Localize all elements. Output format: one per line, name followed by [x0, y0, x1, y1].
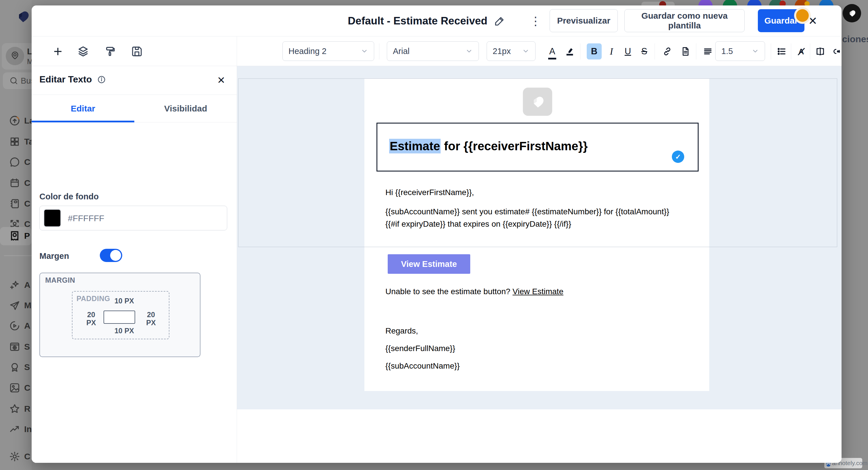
save-template-button[interactable] — [131, 46, 143, 57]
insert-snippet-button[interactable] — [678, 43, 693, 60]
fallback-line: Unable to see the estimate button? View … — [385, 285, 563, 298]
save-as-template-button[interactable]: Guardar como nueva plantilla — [624, 9, 745, 32]
list-icon — [777, 46, 786, 56]
sidebar-item-calendars[interactable]: C — [0, 174, 32, 193]
close-panel-button[interactable]: ✕ — [215, 73, 228, 87]
text-cursor-icon — [815, 46, 825, 56]
email-regards[interactable]: Regards, — [385, 326, 418, 336]
more-options-button[interactable]: ⋮ — [530, 13, 541, 28]
body-line-2: {{#if expiryDate}} that expires on {{exp… — [385, 218, 669, 230]
sidebar-item-label: A — [24, 280, 30, 290]
font-color-button[interactable]: A — [545, 43, 560, 60]
panel-header: Editar Texto ✕ — [32, 66, 237, 95]
sidebar-item-dashboard[interactable]: Ta — [0, 133, 32, 151]
sidebar-item-automation[interactable]: A — [0, 317, 32, 335]
font-size-select[interactable]: 21px — [487, 41, 535, 61]
insert-link-button[interactable] — [660, 43, 675, 60]
line-height-select[interactable]: 1.5 — [715, 41, 765, 61]
sidebar-item-reporting[interactable]: In — [0, 420, 32, 439]
screen: L M Bus La Ta C C — [0, 0, 868, 470]
sidebar-item-conversations[interactable]: C — [0, 153, 32, 171]
location-pin-icon — [6, 47, 24, 65]
sidebar-item-ai[interactable]: A — [0, 276, 32, 295]
email-paragraph-greeting[interactable]: Hi {{receiverFirstName}}, — [385, 186, 474, 199]
fallback-text: Unable to see the estimate button? — [385, 287, 513, 296]
italic-button[interactable]: I — [604, 43, 619, 60]
bullet-list-button[interactable] — [774, 43, 789, 60]
email-sender[interactable]: {{senderFullName}} — [385, 344, 455, 354]
sidebar-item-media[interactable]: C — [0, 379, 32, 397]
sidebar-item-payments[interactable]: P — [0, 227, 32, 245]
font-value: Arial — [393, 46, 409, 56]
trigger-link-button[interactable] — [829, 43, 841, 60]
panel-title: Editar Texto — [39, 74, 92, 85]
panel-tabs: Editar Visibilidad — [32, 95, 237, 123]
preview-button[interactable]: Previsualizar — [550, 9, 618, 32]
dashboard-grid-icon — [9, 136, 21, 148]
account-switcher[interactable]: L M — [2, 43, 32, 69]
body-line-1: {{subAccountName}} sent you estimate# {{… — [385, 205, 669, 218]
view-estimate-link[interactable]: View Estimate — [513, 287, 563, 296]
email-subaccount[interactable]: {{subAccountName}} — [385, 361, 460, 371]
sidebar-search[interactable]: Bus — [3, 72, 32, 89]
email-paragraph-body[interactable]: {{subAccountName}} sent you estimate# {{… — [385, 205, 669, 230]
chain-icon — [832, 46, 841, 56]
chevron-down-icon — [522, 47, 529, 55]
highlight-color-button[interactable] — [562, 43, 577, 60]
size-value: 21px — [493, 46, 511, 56]
modal-header: Default - Estimate Received ⋮ Previsuali… — [32, 5, 841, 36]
margin-diagram: MARGIN PADDING 10 PX 20 PX 20 PX 10 PX — [39, 273, 200, 357]
settings-gear-icon — [9, 450, 21, 463]
sidebar-item-reputation[interactable]: R — [0, 400, 32, 418]
edit-panel: Editar Texto ✕ Editar Visibilidad Color … — [32, 66, 237, 463]
bold-button[interactable]: B — [587, 43, 602, 60]
heading-rest: for {{receiverFirstName}} — [441, 139, 588, 153]
sidebar-item-marketing[interactable]: M — [0, 297, 32, 315]
email-heading[interactable]: Estimate for {{receiverFirstName}} — [389, 139, 588, 153]
sidebar-item-settings[interactable]: C — [0, 447, 32, 466]
paint-roller-button[interactable] — [104, 45, 116, 58]
layers-button[interactable] — [77, 45, 89, 58]
payments-icon — [9, 230, 21, 242]
sidebar-item-label: A — [24, 321, 30, 331]
font-family-select[interactable]: Arial — [387, 41, 479, 61]
selected-text: Estimate — [389, 139, 441, 154]
edit-title-icon[interactable] — [494, 15, 505, 27]
sidebar-item-launchpad[interactable]: La — [0, 112, 32, 130]
sidebar-item-contacts[interactable]: C — [0, 195, 32, 213]
sidebar-item-label: R — [24, 404, 30, 414]
strikethrough-button[interactable]: S — [637, 43, 652, 60]
custom-values-button[interactable] — [813, 43, 828, 60]
sidebar-item-label: M — [24, 301, 31, 310]
view-estimate-button[interactable]: View Estimate — [388, 254, 470, 274]
tab-editar[interactable]: Editar — [32, 95, 134, 122]
padding-value-input[interactable] — [103, 310, 135, 324]
clear-formatting-button[interactable]: A — [794, 43, 809, 60]
font-color-letter: A — [549, 46, 555, 57]
tab-visibilidad[interactable]: Visibilidad — [134, 95, 237, 122]
margin-toggle[interactable] — [100, 249, 122, 262]
color-swatch[interactable] — [43, 209, 61, 227]
highlighter-icon — [565, 46, 575, 56]
sidebar-item-memberships[interactable]: S — [0, 358, 32, 377]
memberships-badge-icon — [9, 361, 21, 373]
sidebar-item-label: C — [24, 178, 30, 188]
add-element-button[interactable]: + — [54, 44, 62, 59]
sidebar-item-sites[interactable]: S — [0, 338, 32, 356]
reputation-star-icon — [9, 403, 21, 415]
media-image-icon — [9, 382, 21, 394]
align-button[interactable] — [700, 43, 715, 60]
margin-label: Margen — [39, 251, 69, 261]
marketing-send-icon — [9, 299, 21, 311]
confirm-edit-button[interactable]: ✓ — [672, 150, 684, 163]
document-icon — [681, 47, 690, 56]
selected-heading-block[interactable]: Estimate for {{receiverFirstName}} — [376, 123, 699, 171]
background-color-input[interactable]: #FFFFFF — [39, 206, 227, 230]
ai-sparkles-icon — [9, 279, 21, 291]
link-icon — [662, 46, 672, 56]
email-logo-placeholder[interactable] — [523, 88, 552, 116]
paragraph-style-select[interactable]: Heading 2 — [282, 41, 374, 61]
template-editor-modal: Default - Estimate Received ⋮ Previsuali… — [32, 5, 841, 463]
template-title: Default - Estimate Received — [348, 15, 487, 27]
underline-button[interactable]: U — [620, 43, 635, 60]
